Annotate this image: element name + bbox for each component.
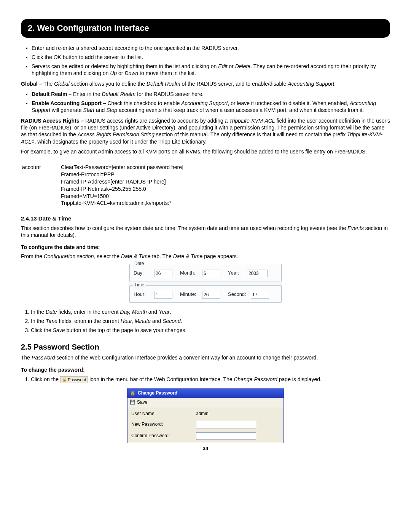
lock-icon: 🔒 bbox=[130, 390, 135, 396]
change-password-heading: To change the password: bbox=[21, 366, 390, 373]
confirm-password-input[interactable] bbox=[196, 432, 256, 440]
password-icon-label: Password bbox=[68, 377, 86, 382]
time-fieldset: Time Hour: Minute: Second: bbox=[129, 285, 282, 303]
password-section-heading: 2.5 Password Section bbox=[21, 342, 390, 352]
change-password-titlebar: 🔒 Change Password bbox=[127, 389, 284, 398]
password-toolbar-icon: 🔒 Password bbox=[60, 376, 88, 383]
step: Click the Save button at the top of the … bbox=[31, 327, 390, 334]
bullet: Enable Accounting Support – Check this c… bbox=[32, 100, 390, 113]
date-time-from: From the Configuration section, select t… bbox=[21, 253, 390, 260]
year-label: Year: bbox=[228, 270, 245, 276]
change-password-body: User Name: admin New Password: Confirm P… bbox=[127, 407, 284, 443]
date-time-desc: This section describes how to configure … bbox=[21, 225, 390, 238]
day-label: Day: bbox=[134, 270, 152, 276]
page-number: 34 bbox=[21, 446, 390, 452]
bullet: Servers can be edited or deleted by high… bbox=[32, 63, 390, 77]
code-lines: ClearText-Password=[enter account passwo… bbox=[61, 163, 202, 207]
global-sublist: Default Realm – Enter in the Default Rea… bbox=[21, 91, 390, 114]
example-paragraph: For example, to give an account Admin ac… bbox=[21, 148, 390, 155]
new-password-label: New Password: bbox=[131, 422, 196, 428]
change-password-panel: 🔒 Change Password 💾 Save User Name: admi… bbox=[127, 388, 284, 443]
save-button[interactable]: Save bbox=[137, 399, 147, 406]
second-input[interactable] bbox=[251, 291, 269, 299]
hour-label: Hour: bbox=[134, 291, 152, 298]
change-password-title: Change Password bbox=[138, 390, 177, 396]
password-steps: Click on the 🔒 Password icon in the menu… bbox=[21, 376, 390, 383]
new-password-input[interactable] bbox=[196, 421, 256, 428]
time-legend: Time bbox=[133, 282, 146, 288]
radius-access-rights: RADIUS Access Rights – RADIUS access rig… bbox=[21, 117, 390, 145]
user-name-label: User Name: bbox=[131, 411, 196, 417]
lock-icon: 🔒 bbox=[62, 377, 67, 382]
step: Click on the 🔒 Password icon in the menu… bbox=[31, 376, 390, 383]
intro-bullets: Enter and re-enter a shared secret accor… bbox=[21, 45, 390, 77]
date-legend: Date bbox=[133, 261, 145, 267]
page-section-header: 2. Web Configuration Interface bbox=[21, 19, 390, 38]
minute-label: Minute: bbox=[180, 291, 200, 298]
year-input[interactable] bbox=[247, 270, 268, 277]
date-fieldset: Date Day: Month: Year: bbox=[129, 264, 282, 281]
confirm-password-label: Confirm Password: bbox=[131, 433, 196, 439]
bullet: Enter and re-enter a shared secret accor… bbox=[32, 45, 390, 51]
minute-input[interactable] bbox=[202, 291, 220, 299]
date-time-heading: 2.4.13 Date & Time bbox=[21, 215, 390, 222]
month-input[interactable] bbox=[202, 270, 220, 277]
save-icon: 💾 bbox=[130, 399, 135, 405]
password-desc: The Password section of the Web Configur… bbox=[21, 354, 390, 361]
second-label: Second: bbox=[228, 291, 249, 298]
bullet: Click the OK button to add the server to… bbox=[32, 54, 390, 61]
user-name-value: admin bbox=[196, 411, 209, 417]
month-label: Month: bbox=[180, 270, 200, 276]
day-input[interactable] bbox=[154, 270, 172, 277]
date-time-steps: In the Date fields, enter in the current… bbox=[21, 308, 390, 334]
bullet: Default Realm – Enter in the Default Rea… bbox=[32, 91, 390, 97]
config-date-time-heading: To configure the date and time: bbox=[21, 244, 390, 251]
date-time-widget: Date Day: Month: Year: Time Hour: Minute… bbox=[129, 264, 282, 303]
change-password-toolbar: 💾 Save bbox=[127, 398, 284, 407]
step: In the Date fields, enter in the current… bbox=[31, 308, 390, 315]
code-block: account ClearText-Password=[enter accoun… bbox=[21, 163, 203, 208]
code-label: account bbox=[22, 163, 60, 207]
global-paragraph: Global – The Global section allows you t… bbox=[21, 80, 390, 87]
step: In the Time fields, enter in the current… bbox=[31, 318, 390, 324]
hour-input[interactable] bbox=[154, 291, 172, 299]
